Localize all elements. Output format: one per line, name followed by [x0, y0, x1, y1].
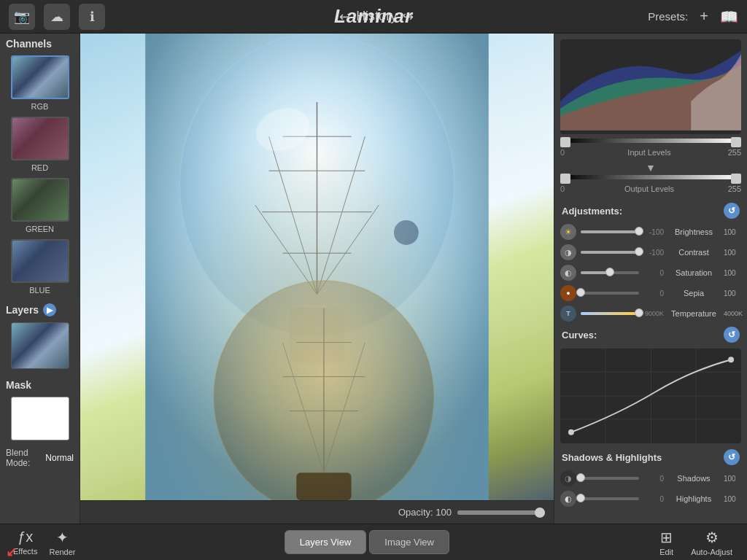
- auto-adjust-label: Auto-Adjust: [691, 548, 732, 556]
- opacity-bar: Opacity: 100: [80, 500, 554, 524]
- shadows-slider[interactable]: [581, 477, 639, 480]
- contrast-icon: ◑: [560, 244, 576, 260]
- center-panel: Opacity: 100: [80, 34, 554, 524]
- blend-mode-value[interactable]: Normal: [45, 453, 74, 463]
- contrast-min: -100: [643, 249, 664, 257]
- main-image: [80, 34, 554, 500]
- temperature-slider[interactable]: [581, 312, 639, 315]
- output-levels-row: 0 Output Levels 255: [554, 175, 747, 200]
- mask-thumb: [11, 397, 69, 440]
- top-bar-right: Presets: + 📖: [648, 8, 738, 26]
- render-icon: ✦: [56, 529, 69, 546]
- channel-blue-label: BLUE: [0, 286, 80, 295]
- layers-label: Layers: [6, 304, 39, 316]
- render-button[interactable]: ✦ Render: [44, 526, 80, 559]
- opacity-slider[interactable]: [457, 510, 545, 515]
- shadows-label: Shadows: [668, 474, 719, 483]
- effects-button[interactable]: ƒx Effects ↙: [9, 526, 42, 559]
- output-levels-slider[interactable]: [560, 175, 741, 179]
- output-min-value: 0: [560, 184, 575, 193]
- channel-green-label: GREEN: [0, 225, 80, 233]
- adjustments-title: Adjustments: ↺: [554, 200, 747, 222]
- output-levels-left-thumb: [560, 174, 570, 184]
- shadows-row: ◑ 0 Shadows 100: [554, 468, 747, 489]
- highlights-label: Highlights: [668, 494, 719, 503]
- effects-icon: ƒx: [18, 529, 33, 545]
- curves-title: Curves: ↺: [554, 324, 747, 346]
- layer-thumb: [11, 322, 69, 369]
- app-title: Laminar: [334, 5, 413, 28]
- mask-header: Mask: [0, 375, 80, 394]
- sh-reset-button[interactable]: ↺: [724, 449, 740, 465]
- channel-blue-item[interactable]: BLUE: [0, 236, 80, 298]
- sepia-thumb: [576, 288, 585, 297]
- highlights-min: 0: [643, 495, 664, 503]
- mask-label: Mask: [6, 379, 31, 391]
- input-levels-slider[interactable]: [560, 139, 741, 143]
- camera-icon[interactable]: 📷: [9, 4, 35, 30]
- layers-view-button[interactable]: Layers View: [285, 530, 367, 554]
- channel-rgb-label: RGB: [0, 102, 80, 111]
- input-levels-row: 0 Input Levels 255: [554, 137, 747, 160]
- image-area: [80, 34, 554, 500]
- opacity-thumb: [535, 508, 545, 518]
- info-icon[interactable]: ℹ: [79, 4, 105, 30]
- presets-label: Presets:: [648, 10, 688, 23]
- adjustments-reset-button[interactable]: ↺: [724, 203, 740, 219]
- layers-expand-button[interactable]: ▶: [43, 303, 56, 316]
- curves-reset-button[interactable]: ↺: [724, 327, 740, 343]
- channel-rgb-item[interactable]: RGB: [0, 52, 80, 114]
- shadows-thumb: [576, 473, 585, 482]
- output-max-value: 255: [724, 184, 741, 193]
- sepia-label: Sepia: [668, 289, 719, 298]
- input-min-value: 0: [560, 148, 575, 157]
- highlights-slider[interactable]: [581, 497, 639, 500]
- edit-label: Edit: [659, 548, 673, 556]
- temperature-icon: T: [560, 306, 576, 322]
- saturation-thumb: [605, 268, 614, 276]
- brightness-slider[interactable]: [581, 230, 639, 233]
- auto-adjust-icon: ⚙: [705, 529, 719, 546]
- sepia-slider[interactable]: [581, 292, 639, 295]
- input-levels-right-thumb: [731, 137, 741, 147]
- temperature-label: Temperature: [668, 309, 719, 318]
- input-levels-label: Input Levels: [578, 148, 721, 157]
- curves-area[interactable]: [560, 349, 741, 443]
- brightness-thumb: [635, 227, 643, 236]
- curves-svg: [560, 349, 741, 443]
- sepia-min: 0: [643, 289, 664, 298]
- main-content: Channels RGB RED GREEN: [0, 34, 747, 524]
- contrast-thumb: [635, 247, 643, 256]
- layer-item[interactable]: [0, 322, 80, 369]
- presets-book-button[interactable]: 📖: [720, 8, 738, 26]
- upload-icon[interactable]: ☁: [44, 4, 70, 30]
- render-label: Render: [49, 548, 75, 556]
- blend-mode-row: Blend Mode: Normal: [0, 443, 80, 472]
- highlights-row: ◐ 0 Highlights 100: [554, 489, 747, 509]
- saturation-row: ◐ 0 Saturation 100: [554, 262, 747, 283]
- edit-icon: ⊞: [660, 529, 673, 546]
- top-bar-left: 📷 ☁ ℹ: [9, 4, 105, 30]
- image-overlay: [80, 34, 554, 500]
- sepia-row: ● 0 Sepia 100: [554, 283, 747, 303]
- output-levels-right-thumb: [731, 174, 741, 184]
- saturation-icon: ◐: [560, 265, 576, 281]
- brightness-icon: ☀: [560, 224, 576, 240]
- left-panel: Channels RGB RED GREEN: [0, 34, 80, 524]
- auto-adjust-button[interactable]: ⚙ Auto-Adjust: [685, 526, 738, 559]
- channel-red-item[interactable]: RED: [0, 114, 80, 175]
- saturation-min: 0: [643, 269, 664, 277]
- mask-section: Mask: [0, 375, 80, 443]
- arrow-indicator: ↙: [6, 544, 17, 560]
- saturation-slider[interactable]: [581, 271, 639, 274]
- output-levels-values-row: 0 Output Levels 255: [560, 181, 741, 197]
- image-view-button[interactable]: Image View: [369, 530, 449, 554]
- add-preset-button[interactable]: +: [700, 8, 708, 25]
- bottom-right: ⊞ Edit ⚙ Auto-Adjust: [654, 526, 738, 559]
- right-panel: 0 Input Levels 255 ▼ 0 Output Levels 255: [554, 34, 747, 524]
- channel-green-item[interactable]: GREEN: [0, 175, 80, 236]
- sh-label: Shadows & Highlights: [562, 452, 662, 463]
- highlights-max: 100: [724, 495, 741, 503]
- edit-button[interactable]: ⊞ Edit: [654, 526, 679, 559]
- contrast-slider[interactable]: [581, 251, 639, 254]
